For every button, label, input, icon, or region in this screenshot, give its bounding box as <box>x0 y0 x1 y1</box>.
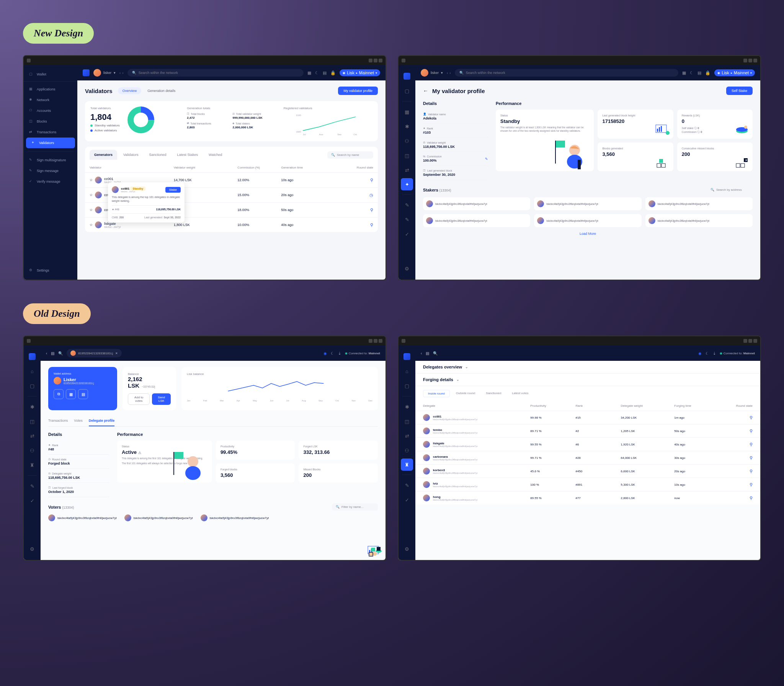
watch-icon[interactable]: ⚲ <box>719 482 753 487</box>
bookmark-icon[interactable]: ▤ <box>697 70 701 75</box>
stake-icon[interactable]: ⚲ <box>333 208 373 213</box>
search-input[interactable]: 🔍 Search within the network <box>127 69 304 77</box>
nav-home[interactable]: ⌂ <box>24 364 41 378</box>
clock-icon[interactable]: ◷ <box>333 193 373 198</box>
nav-wallet[interactable]: ▢Wallet <box>24 69 77 82</box>
search-input[interactable]: 🔍 Search within the network <box>455 69 679 77</box>
subtab-latest-stakes[interactable]: Latest Stakes <box>172 150 203 160</box>
nav-blocks[interactable]: ◫ <box>399 414 415 429</box>
filter-voters[interactable]: 🔍 Filter by name... <box>332 503 378 511</box>
lock-icon[interactable]: 🔒 <box>330 70 336 75</box>
search-validators[interactable]: 🔍 Search by name <box>327 151 373 159</box>
nav-accounts[interactable]: ⚇ <box>399 443 415 458</box>
subtab-sanctioned[interactable]: Sanctioned <box>144 150 171 160</box>
icon[interactable]: ⇣ <box>338 351 341 355</box>
nav-network[interactable]: ✱Network <box>24 95 77 105</box>
tab-overview[interactable]: Overview <box>118 87 142 94</box>
copy-icon[interactable]: ⧉ <box>54 389 64 399</box>
network-badge[interactable]: ◉ Lisk ▸ Mainnet ▾ <box>714 69 755 76</box>
edit-icon[interactable]: ✎ <box>485 157 488 161</box>
subtab-generators[interactable]: Generators <box>90 150 117 160</box>
nav-settings[interactable]: ⚙ <box>399 261 415 276</box>
tab-transactions[interactable]: Transactions <box>48 416 68 426</box>
nav-tx[interactable]: ⇄ <box>399 163 415 177</box>
bookmark-icon[interactable]: ▤ <box>51 351 54 355</box>
profile-switcher[interactable]: lisker▾ <box>93 69 116 77</box>
pill-outside[interactable]: Outside round <box>451 390 480 397</box>
subtab-validators[interactable]: Validators <box>119 150 143 160</box>
nav-delegates[interactable]: ♜ <box>401 458 413 471</box>
table-row[interactable]: lvizlskdxc4ta5j43jp9ro3f8zqbxta9fn6jwzju… <box>415 478 760 491</box>
icon[interactable]: ◉ <box>323 351 327 355</box>
nav-back-icon[interactable]: ‹ <box>119 71 121 75</box>
nav-network[interactable]: ✱ <box>399 119 415 134</box>
nav-wallet[interactable]: ▢ <box>399 378 415 393</box>
table-row[interactable]: carbonaralskdxc4ta5j43jp9ro3f8zqbxta9fn6… <box>415 451 760 464</box>
nav-settings[interactable]: ⚙ <box>24 542 41 556</box>
pill-sanctioned[interactable]: Sanctioned <box>481 390 506 397</box>
staker-item[interactable]: lskdxc4ta5j43jp9ro3f8zqbxta9fn6jwzjucw7y… <box>423 214 530 227</box>
watch-icon[interactable]: ⚲ <box>719 415 753 420</box>
tab-generation[interactable]: Generation details <box>143 87 180 94</box>
delegates-overview-accordion[interactable]: Delegates overview⌄ <box>415 361 760 373</box>
nav-sign[interactable]: ✎ <box>399 198 415 212</box>
nav-wallet[interactable]: ▢ <box>24 378 41 393</box>
send-lsk-button[interactable]: Send LSK <box>152 393 171 405</box>
moon-icon[interactable]: ☾ <box>690 70 694 75</box>
staker-item[interactable]: lskdxc4ta5j43jp9ro3f8zqbxta9fn6jwzjucw7y… <box>645 214 753 227</box>
watch-icon[interactable]: ⚲ <box>719 442 753 447</box>
nav-accounts[interactable]: ⚇ <box>24 443 41 458</box>
staker-item[interactable]: lskdxc4ta5j43jp9ro3f8zqbxta9fn6jwzjucw7y… <box>534 197 641 210</box>
grid-icon[interactable]: ▦ <box>682 70 686 75</box>
nav-home[interactable]: ⌂ <box>399 364 415 378</box>
nav-verify[interactable]: ✓ <box>399 227 415 241</box>
staker-item[interactable]: lskdxc4ta5j43jp9ro3f8zqbxta9fn6jwzjucw7y… <box>534 214 641 227</box>
nav-settings[interactable]: ⚙ <box>399 542 415 556</box>
add-votes-button[interactable]: Add to votes <box>128 393 150 405</box>
nav-verify[interactable]: ✓ <box>399 493 415 507</box>
voter-item[interactable]: lskdxc4ta5j43jp9ro3f8zqbxta9fn6jwzjucw7y… <box>201 514 269 521</box>
icon[interactable]: ☾ <box>331 351 334 355</box>
table-row[interactable]: cc001lskdxc4ta5j43jp9ro3f8zqbxta9fn6jwzj… <box>415 411 760 424</box>
icon[interactable]: ⇣ <box>713 351 716 355</box>
search-icon[interactable]: 🔍 <box>58 351 63 355</box>
nav-accounts[interactable]: ⚇Accounts <box>24 105 77 116</box>
nav-sign2[interactable]: ✎ <box>399 212 415 227</box>
table-row[interactable]: korben3lskdxc4ta5j43jp9ro3f8zqbxta9fn6jw… <box>415 464 760 478</box>
watch-icon[interactable]: ⚲ <box>719 429 753 434</box>
voter-item[interactable]: lskdxc4ta5j43jp9ro3f8zqbxta9fn6jwzjucw7y… <box>124 514 193 521</box>
lock-icon[interactable]: 🔒 <box>705 70 710 75</box>
table-row[interactable]: honglskdxc4ta5j43jp9ro3f8zqbxta9fn6jwzju… <box>415 491 760 504</box>
nav-sign-multisig[interactable]: ✎Sign multisignature <box>24 155 77 165</box>
icon[interactable]: ◉ <box>698 351 702 355</box>
nav-accounts[interactable]: ⚇ <box>399 134 415 148</box>
nav-wallet[interactable]: ▢ <box>399 83 415 98</box>
search-icon[interactable]: 🔍 <box>433 351 438 355</box>
forging-details-accordion[interactable]: Forging details⌄ <box>415 373 760 386</box>
nav-back-icon[interactable]: ‹ <box>421 351 422 355</box>
nav-blocks[interactable]: ◫Blocks <box>24 116 77 127</box>
nav-apps[interactable]: ▦ <box>399 105 415 119</box>
search-stakers[interactable]: 🔍 Search by address <box>707 186 753 193</box>
nav-back-icon[interactable]: ‹ <box>447 71 448 75</box>
nav-sign-message[interactable]: ✎Sign message <box>24 165 77 176</box>
grid-icon[interactable]: ▦ <box>307 70 311 75</box>
tab-votes[interactable]: Votes <box>74 416 83 426</box>
stake-icon[interactable]: ⚲ <box>333 223 373 228</box>
tab-delegate[interactable]: Delegate profile <box>89 416 115 426</box>
my-profile-button[interactable]: My validator profile <box>338 87 378 95</box>
load-more-button[interactable]: Load More <box>423 227 753 240</box>
voter-item[interactable]: lskdxc4ta5j43jp9ro3f8zqbxta9fn6jwzjucw7y… <box>48 514 117 521</box>
pill-latest[interactable]: Latest votes <box>507 390 533 397</box>
icon[interactable]: ☾ <box>706 351 709 355</box>
nav-blocks[interactable]: ◫ <box>399 148 415 163</box>
nav-verify[interactable]: ✓ <box>24 493 41 508</box>
nav-fwd-icon[interactable]: › <box>449 71 451 75</box>
back-button[interactable]: ← <box>423 88 428 94</box>
table-row[interactable]: liskgatelskdxc4ta5j43jp9ro3f8zqbxta9fn6j… <box>415 437 760 451</box>
table-row[interactable]: tembolskdxc4ta5j43jp9ro3f8zqbxta9fn6jwzj… <box>415 424 760 437</box>
staker-item[interactable]: lskdxc4ta5j43jp9ro3f8zqbxta9fn6jwzjucw7y… <box>423 197 530 210</box>
subtab-watched[interactable]: Watched <box>204 150 227 160</box>
nav-verify-message[interactable]: ✓Verify message <box>24 176 77 187</box>
nav-tx[interactable]: ⇄ <box>399 429 415 443</box>
